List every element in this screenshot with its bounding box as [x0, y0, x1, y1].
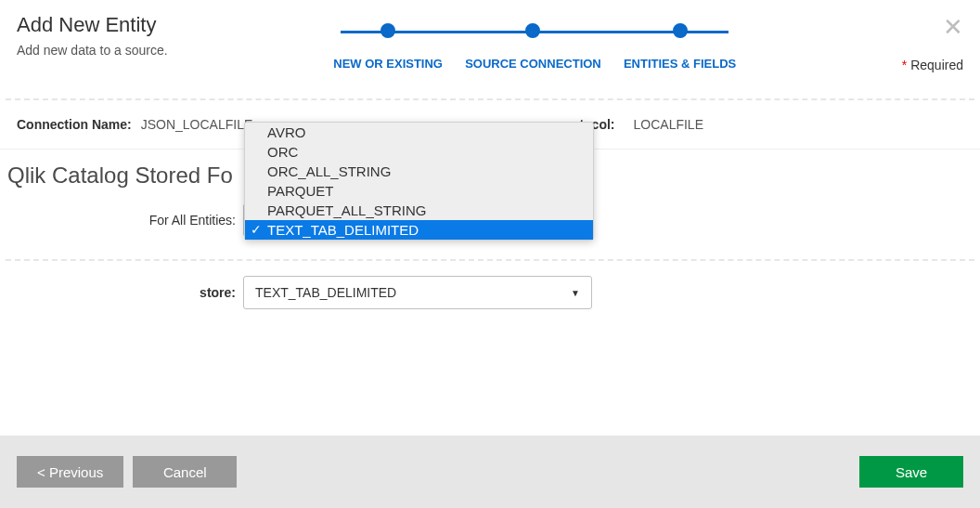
dropdown-option[interactable]: PARQUET	[245, 181, 593, 201]
dropdown-option[interactable]: AVRO	[245, 123, 593, 142]
store-row: store: TEXT_TAB_DELIMITED ▼	[0, 272, 980, 322]
dropdown-option[interactable]: ORC_ALL_STRING	[245, 162, 593, 181]
store-label: store:	[0, 285, 243, 300]
step-entities-fields[interactable]: ENTITIES & FIELDS	[624, 23, 736, 71]
required-note: * Required	[902, 58, 963, 72]
dropdown-option[interactable]: ORC	[245, 142, 593, 162]
format-dropdown[interactable]: AVROORCORC_ALL_STRINGPARQUETPARQUET_ALL_…	[244, 122, 594, 241]
page-title: Add New Entity	[17, 13, 168, 37]
previous-button[interactable]: < Previous	[17, 456, 123, 488]
step-new-or-existing[interactable]: NEW OR EXISTING	[333, 23, 443, 71]
connection-name-label: Connection Name:	[17, 117, 132, 132]
save-button[interactable]: Save	[859, 456, 963, 488]
dropdown-option[interactable]: PARQUET_ALL_STRING	[245, 201, 593, 220]
required-asterisk-icon: *	[902, 58, 907, 72]
dropdown-option[interactable]: TEXT_TAB_DELIMITED	[245, 220, 593, 240]
step-dot-icon	[380, 23, 395, 38]
step-source-connection[interactable]: SOURCE CONNECTION	[465, 23, 601, 71]
dialog-footer: < Previous Cancel Save	[0, 436, 980, 508]
page-subtitle: Add new data to a source.	[17, 43, 168, 58]
connection-name-value: JSON_LOCALFILE_	[141, 117, 260, 132]
divider	[6, 259, 974, 261]
store-select[interactable]: TEXT_TAB_DELIMITED ▼	[243, 276, 592, 309]
close-icon[interactable]: ✕	[943, 15, 963, 39]
step-label: SOURCE CONNECTION	[465, 57, 601, 71]
store-select-value: TEXT_TAB_DELIMITED	[255, 285, 396, 300]
dialog-header: Add New Entity Add new data to a source.…	[0, 0, 980, 76]
step-dot-icon	[525, 23, 540, 38]
step-dot-icon	[673, 23, 688, 38]
wizard-stepper: NEW OR EXISTING SOURCE CONNECTION ENTITI…	[168, 13, 902, 72]
required-label: Required	[910, 58, 963, 72]
step-label: ENTITIES & FIELDS	[624, 57, 736, 71]
step-label: NEW OR EXISTING	[333, 57, 443, 71]
cancel-button[interactable]: Cancel	[133, 456, 237, 488]
connection-protocol-value: LOCALFILE	[634, 117, 703, 132]
all-entities-label: For All Entities:	[0, 213, 243, 228]
chevron-down-icon: ▼	[571, 288, 580, 298]
